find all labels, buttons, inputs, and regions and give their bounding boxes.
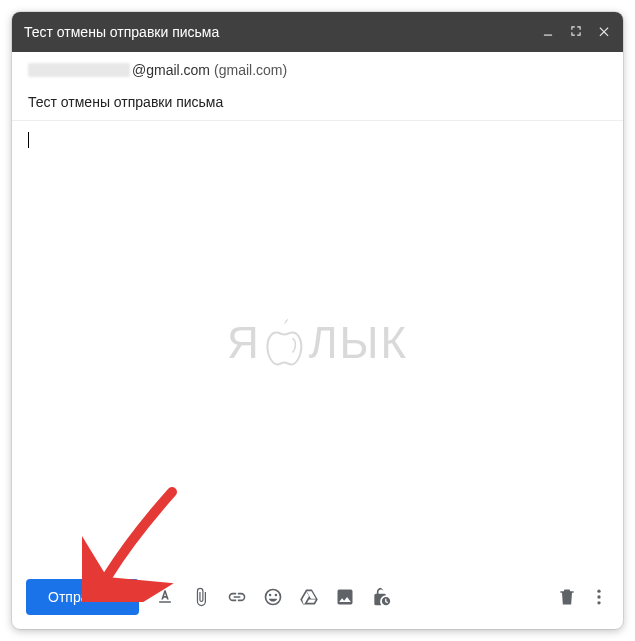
recipient-domain: @gmail.com [132, 62, 210, 78]
close-icon[interactable] [597, 24, 611, 41]
recipient-redacted [28, 63, 130, 77]
emoji-icon[interactable] [263, 587, 283, 607]
right-tools [557, 587, 609, 607]
drive-icon[interactable] [299, 587, 319, 607]
watermark-right: ЛЫК [309, 318, 408, 368]
trash-icon[interactable] [557, 587, 577, 607]
message-body[interactable]: Я ЛЫК [12, 121, 623, 569]
attachment-icon[interactable] [191, 587, 211, 607]
recipient-hint: (gmail.com) [214, 62, 287, 78]
expand-icon[interactable] [569, 24, 583, 41]
watermark-left: Я [227, 318, 261, 368]
image-icon[interactable] [335, 587, 355, 607]
text-format-icon[interactable] [155, 587, 175, 607]
more-vert-icon[interactable] [589, 587, 609, 607]
watermark: Я ЛЫК [227, 318, 408, 368]
toolbar: Отправить [12, 569, 623, 629]
window-title: Тест отмены отправки письма [24, 24, 541, 40]
svg-point-3 [597, 601, 600, 604]
recipient-row[interactable]: @gmail.com (gmail.com) [12, 52, 623, 86]
formatting-tools [155, 587, 391, 607]
minimize-icon[interactable] [541, 24, 555, 41]
window-controls [541, 24, 611, 41]
lock-clock-icon[interactable] [371, 587, 391, 607]
svg-rect-0 [544, 34, 552, 35]
compose-window: Тест отмены отправки письма @gmail.com (… [12, 12, 623, 629]
svg-point-2 [597, 595, 600, 598]
text-cursor [28, 132, 29, 148]
subject-text: Тест отмены отправки письма [28, 94, 223, 110]
send-button[interactable]: Отправить [26, 579, 139, 615]
link-icon[interactable] [227, 587, 247, 607]
subject-row[interactable]: Тест отмены отправки письма [12, 86, 623, 121]
titlebar: Тест отмены отправки письма [12, 12, 623, 52]
svg-point-1 [597, 590, 600, 593]
apple-icon [265, 319, 305, 367]
